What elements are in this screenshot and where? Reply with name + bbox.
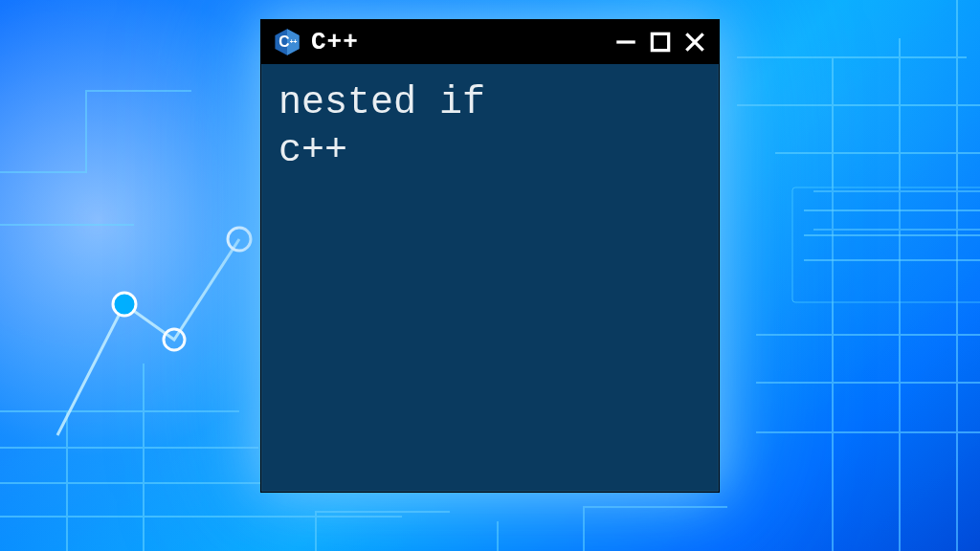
minimize-button[interactable]	[613, 30, 638, 55]
maximize-button[interactable]	[648, 30, 673, 55]
cpp-logo-icon: C ++	[273, 28, 301, 56]
console-window: C ++ C++ nested if c++	[260, 19, 720, 493]
svg-rect-10	[652, 33, 668, 50]
svg-point-4	[113, 293, 136, 316]
content-line-1: nested if	[278, 81, 485, 124]
content-line-2: c++	[278, 129, 347, 172]
logo-plus: ++	[290, 38, 298, 45]
window-title: C++	[311, 28, 359, 56]
console-content: nested if c++	[261, 64, 719, 492]
logo-letter: C	[278, 33, 289, 50]
window-controls	[613, 30, 707, 55]
window-frame: C ++ C++ nested if c++	[260, 19, 720, 493]
close-button[interactable]	[682, 30, 707, 55]
svg-rect-0	[792, 187, 980, 302]
titlebar[interactable]: C ++ C++	[261, 20, 719, 64]
